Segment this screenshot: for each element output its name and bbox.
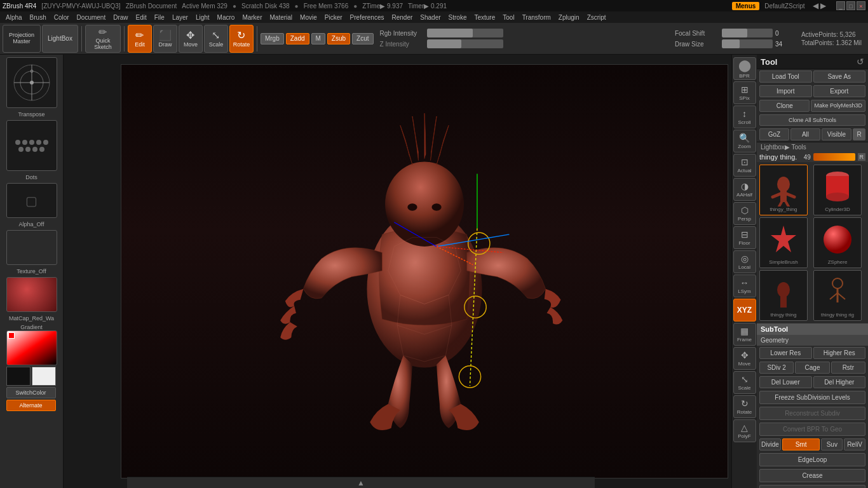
alternate-button[interactable]: Alternate	[6, 400, 56, 411]
rgb-intensity-slider[interactable]	[427, 29, 503, 37]
focal-shift-slider[interactable]	[722, 29, 773, 37]
zadd-button[interactable]: Zadd	[286, 33, 309, 44]
menu-movie[interactable]: Movie	[297, 13, 320, 22]
menu-preferences[interactable]: Preferences	[347, 13, 388, 22]
menu-light[interactable]: Light	[193, 13, 213, 22]
minimize-button[interactable]: _	[836, 1, 845, 10]
menu-color[interactable]: Color	[51, 13, 72, 22]
thingy-slider[interactable]	[813, 153, 855, 161]
zoom-button[interactable]: 🔍 Zoom	[733, 130, 756, 152]
tool-panel-refresh-icon[interactable]: ↺	[857, 57, 864, 67]
menu-edit[interactable]: Edit	[133, 13, 150, 22]
tool-thumb-thingy-thing[interactable]: thingy_thing	[759, 165, 808, 215]
goz-button[interactable]: GoZ	[759, 128, 789, 140]
import-button[interactable]: Import	[759, 85, 812, 97]
brush-dots-preview[interactable]	[6, 120, 57, 171]
r-button[interactable]: R	[853, 128, 865, 140]
frame-button[interactable]: ▦ Frame	[733, 323, 756, 346]
menu-transform[interactable]: Transform	[519, 13, 554, 22]
make-polymesh-button[interactable]: Make PolyMesh3D	[811, 100, 865, 112]
tool-thumb-thingy-thing2[interactable]: thingy thing	[759, 270, 808, 321]
move-scroll-button[interactable]: ✥ Move	[733, 347, 756, 370]
m-button[interactable]: M	[311, 33, 325, 44]
maximize-button[interactable]: □	[846, 1, 855, 10]
menu-draw[interactable]: Draw	[110, 13, 131, 22]
edgeloop-button[interactable]: EdgeLoop	[759, 453, 865, 466]
subtool-header[interactable]: SubTool	[757, 323, 868, 335]
zcut-button[interactable]: Zcut	[352, 33, 373, 44]
menu-zscript[interactable]: Zscript	[584, 13, 609, 22]
tool-thumb-thingy-rig[interactable]: thingy thing rig	[813, 270, 862, 321]
scroll-button[interactable]: ↕ Scroll	[733, 105, 756, 128]
clone-all-button[interactable]: Clone All SubTools	[759, 114, 865, 126]
draw-mode-button[interactable]: ⬛ Draw	[153, 25, 177, 53]
draw-size-slider[interactable]	[722, 39, 773, 48]
menu-brush[interactable]: Brush	[27, 13, 50, 22]
menu-shader[interactable]: Shader	[417, 13, 444, 22]
projection-master-button[interactable]: Projection Master	[3, 25, 41, 53]
polyf-button[interactable]: △ PolyF	[733, 419, 756, 442]
scale-mode-button[interactable]: ⤡ Scale	[204, 25, 228, 53]
tool-thumb-cylinder3d[interactable]: Cylinder3D	[813, 165, 862, 215]
menu-material[interactable]: Material	[267, 13, 296, 22]
scale-scroll-button[interactable]: ⤡ Scale	[733, 371, 756, 394]
actual-button[interactable]: ⊡ Actual	[733, 154, 756, 177]
z-intensity-slider[interactable]	[427, 39, 503, 48]
all-button[interactable]: All	[790, 128, 820, 140]
visible-button[interactable]: Visible	[822, 128, 851, 140]
menus-button[interactable]: Menus	[732, 2, 760, 10]
foreground-swatch[interactable]	[6, 367, 31, 386]
menu-macro[interactable]: Macro	[214, 13, 238, 22]
del-higher-button[interactable]: Del Higher	[813, 376, 866, 388]
rstr-button[interactable]: Rstr	[831, 362, 865, 374]
spix-button[interactable]: ⊞ SPix	[733, 81, 756, 104]
save-as-button[interactable]: Save As	[813, 71, 866, 83]
xyz-button[interactable]: XYZ	[733, 299, 756, 322]
texture-preview[interactable]	[6, 230, 57, 265]
alpha-preview[interactable]: ▢	[6, 183, 57, 218]
move-mode-button[interactable]: ✥ Move	[179, 25, 203, 53]
smt-button[interactable]: Smt	[782, 438, 820, 451]
lightbox-button[interactable]: LightBox	[42, 25, 78, 53]
menu-document[interactable]: Document	[74, 13, 109, 22]
menu-alpha[interactable]: Alpha	[3, 13, 25, 22]
lower-res-button[interactable]: Lower Res	[759, 347, 812, 359]
tool-thumb-zsphere[interactable]: ZSphere	[813, 217, 862, 268]
menu-layer[interactable]: Layer	[169, 13, 191, 22]
lsym-button[interactable]: ↔ LSym	[733, 274, 756, 297]
persp-button[interactable]: ⬡ Persp	[733, 202, 756, 225]
divide-button[interactable]: Divide	[759, 438, 781, 451]
clone-button[interactable]: Clone	[759, 100, 810, 112]
menu-zplugin[interactable]: Zplugin	[555, 13, 583, 22]
crease-button[interactable]: Crease	[759, 469, 865, 482]
aahalf-button[interactable]: ◑ AAHalf	[733, 178, 756, 201]
geometry-header[interactable]: Geometry	[757, 335, 868, 346]
local-button[interactable]: ◎ Local	[733, 250, 756, 273]
menu-tool[interactable]: Tool	[499, 13, 517, 22]
tool-thumb-simplebrush[interactable]: SimpleBrush	[759, 217, 808, 268]
menu-file[interactable]: File	[151, 13, 168, 22]
transpose-preview[interactable]	[6, 57, 57, 108]
floor-button[interactable]: ⊟ Floor	[733, 226, 756, 249]
lightbox-tools-section[interactable]: Lightbox▶ Tools	[757, 142, 868, 152]
color-picker-swatch[interactable]	[6, 330, 57, 365]
menu-render[interactable]: Render	[389, 13, 416, 22]
mrgb-button[interactable]: Mrgb	[261, 33, 284, 44]
freeze-subdiv-button[interactable]: Freeze SubDivision Levels	[759, 391, 865, 404]
canvas-viewport[interactable]	[121, 64, 728, 478]
canvas-area[interactable]: ▲	[64, 55, 731, 488]
rotate-scroll-button[interactable]: ↻ Rotate	[733, 395, 756, 418]
relv-button[interactable]: ReliV	[844, 438, 865, 451]
del-lower-button[interactable]: Del Lower	[759, 376, 812, 388]
menu-picker[interactable]: Picker	[322, 13, 346, 22]
shadowbox-button[interactable]: ShadowBox	[759, 485, 865, 488]
sdiv-button[interactable]: SDiv 2	[759, 362, 794, 374]
background-swatch[interactable]	[32, 367, 56, 386]
menu-marker[interactable]: Marker	[239, 13, 265, 22]
suv-button[interactable]: Suv	[821, 438, 843, 451]
export-button[interactable]: Export	[813, 85, 866, 97]
bpr-button[interactable]: ⬤ BPR	[733, 57, 756, 80]
load-tool-button[interactable]: Load Tool	[759, 71, 812, 83]
close-button[interactable]: ×	[857, 1, 865, 10]
thingy-r-btn[interactable]: R	[858, 153, 866, 161]
